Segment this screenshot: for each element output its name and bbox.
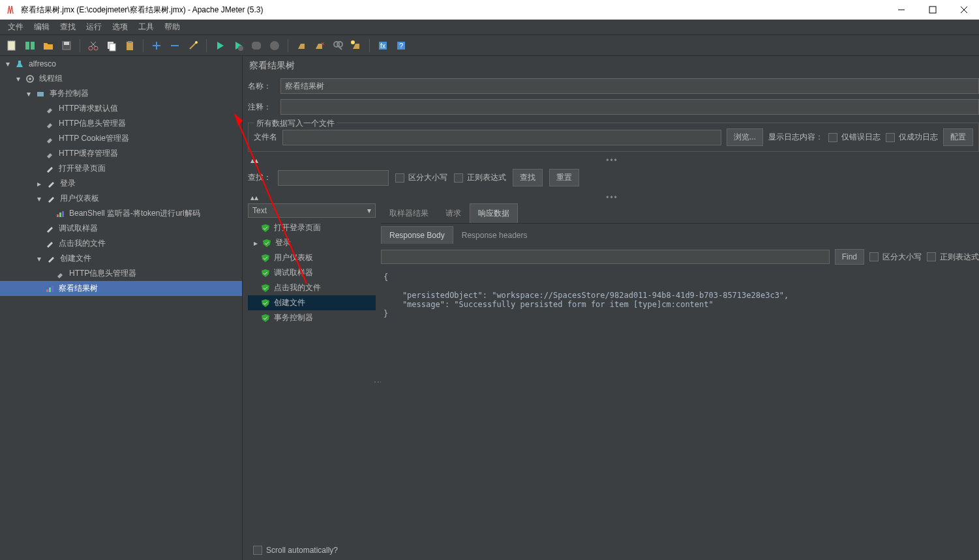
result-item[interactable]: 用户仪表板 bbox=[248, 250, 376, 265]
scroll-auto-checkbox[interactable]: Scroll automatically? bbox=[253, 546, 338, 555]
success-only-checkbox[interactable]: 仅成功日志 bbox=[886, 132, 938, 143]
collapse-icon[interactable]: ▾ bbox=[25, 90, 33, 98]
shutdown-icon[interactable] bbox=[267, 38, 282, 53]
reset-button[interactable]: 重置 bbox=[549, 169, 579, 186]
tab-response-data[interactable]: 响应数据 bbox=[470, 203, 518, 223]
regex-checkbox[interactable]: 正则表达式 bbox=[454, 172, 506, 183]
error-only-checkbox[interactable]: 仅错误日志 bbox=[828, 132, 881, 143]
search-icon[interactable] bbox=[330, 38, 346, 53]
find-input[interactable] bbox=[381, 250, 830, 264]
result-render-select[interactable]: Text ▾ bbox=[248, 203, 376, 218]
tree-click-my-file[interactable]: 点击我的文件 bbox=[0, 236, 242, 251]
find-regex-checkbox[interactable]: 正则表达式 bbox=[927, 252, 979, 263]
templates-icon[interactable] bbox=[22, 38, 38, 53]
tree-view-results-tree[interactable]: 察看结果树 bbox=[0, 281, 242, 296]
tree-create-file[interactable]: ▾ 创建文件 bbox=[0, 251, 242, 266]
search-button[interactable]: 查找 bbox=[513, 169, 543, 186]
collapse-icon[interactable]: ▾ bbox=[35, 195, 43, 203]
menu-edit[interactable]: 编辑 bbox=[29, 20, 55, 34]
save-icon[interactable] bbox=[59, 38, 74, 53]
copy-icon[interactable] bbox=[104, 38, 119, 53]
browse-button[interactable]: 浏览... bbox=[727, 128, 763, 146]
tab-response-body[interactable]: Response Body bbox=[381, 226, 453, 244]
svg-text:?: ? bbox=[399, 42, 403, 50]
tree-cache-mgr[interactable]: HTTP缓存管理器 bbox=[0, 146, 242, 161]
close-button[interactable] bbox=[954, 3, 974, 16]
tab-request[interactable]: 请求 bbox=[437, 203, 470, 223]
expand-icon[interactable]: ▸ bbox=[252, 239, 260, 247]
svg-marker-22 bbox=[217, 42, 224, 50]
tab-response-headers[interactable]: Response headers bbox=[453, 226, 536, 244]
run-icon[interactable] bbox=[212, 38, 228, 53]
cut-icon[interactable] bbox=[85, 38, 101, 53]
result-item[interactable]: 打开登录页面 bbox=[248, 220, 376, 235]
svg-line-20 bbox=[190, 42, 196, 49]
name-input[interactable] bbox=[280, 78, 979, 94]
response-body-view[interactable]: { "persistedObject": "workspace://Spaces… bbox=[381, 267, 979, 560]
function-helper-icon[interactable]: fx bbox=[375, 38, 391, 53]
tree-debug-sampler[interactable]: 调试取样器 bbox=[0, 221, 242, 236]
help-icon[interactable]: ? bbox=[393, 38, 409, 53]
test-plan-tree[interactable]: ▾ alfresco ▾ 线程组 ▾ 事务控制器 HTTP请求默认值 HTTP信… bbox=[0, 56, 243, 560]
collapse-icon[interactable]: ▾ bbox=[14, 75, 22, 83]
svg-rect-8 bbox=[64, 42, 69, 45]
result-item[interactable]: ▸ 登录 bbox=[248, 235, 376, 250]
tree-thread-group[interactable]: ▾ 线程组 bbox=[0, 71, 242, 86]
result-item[interactable]: 点击我的文件 bbox=[248, 280, 376, 295]
maximize-button[interactable] bbox=[923, 3, 942, 16]
svg-rect-4 bbox=[8, 41, 15, 50]
new-icon[interactable] bbox=[4, 38, 20, 53]
menu-help[interactable]: 帮助 bbox=[159, 20, 185, 34]
tree-open-login[interactable]: 打开登录页面 bbox=[0, 161, 242, 176]
result-item[interactable]: 调试取样器 bbox=[248, 265, 376, 280]
menu-search[interactable]: 查找 bbox=[55, 20, 81, 34]
tab-sampler-result[interactable]: 取样器结果 bbox=[381, 203, 437, 223]
tree-txn-controller[interactable]: ▾ 事务控制器 bbox=[0, 86, 242, 101]
collapse-handle-2[interactable]: ▴▴ ••• bbox=[248, 194, 979, 201]
vertical-splitter[interactable]: ⋮ bbox=[376, 203, 381, 560]
search-input[interactable] bbox=[278, 170, 389, 186]
add-icon[interactable] bbox=[149, 38, 164, 53]
filename-label: 文件名 bbox=[254, 132, 277, 143]
stop-icon[interactable] bbox=[249, 38, 264, 53]
reset-search-icon[interactable] bbox=[348, 38, 364, 53]
minimize-button[interactable] bbox=[892, 3, 911, 16]
clear-icon[interactable] bbox=[294, 38, 309, 53]
config-button[interactable]: 配置 bbox=[943, 128, 973, 146]
tree-user-dashboard[interactable]: ▾ 用户仪表板 bbox=[0, 191, 242, 206]
result-tree[interactable]: 打开登录页面 ▸ 登录 用户仪表板 调试取样器 bbox=[248, 220, 376, 540]
svg-rect-5 bbox=[25, 42, 29, 50]
find-case-checkbox[interactable]: 区分大小写 bbox=[869, 252, 922, 263]
pipette-icon bbox=[44, 239, 55, 249]
comment-input[interactable] bbox=[280, 99, 979, 115]
result-item[interactable]: 事务控制器 bbox=[248, 310, 376, 325]
wand-icon[interactable] bbox=[185, 38, 201, 53]
collapse-icon[interactable]: ▾ bbox=[4, 60, 12, 68]
tree-http-defaults[interactable]: HTTP请求默认值 bbox=[0, 101, 242, 116]
case-sensitive-checkbox[interactable]: 区分大小写 bbox=[395, 172, 447, 183]
collapse-icon[interactable]: ▾ bbox=[35, 255, 43, 263]
paste-icon[interactable] bbox=[122, 38, 138, 53]
run-notimers-icon[interactable] bbox=[230, 38, 246, 53]
tree-header-mgr[interactable]: HTTP信息头管理器 bbox=[0, 116, 242, 131]
tree-header-mgr-2[interactable]: HTTP信息头管理器 bbox=[0, 266, 242, 281]
menu-tools[interactable]: 工具 bbox=[133, 20, 159, 34]
tree-login[interactable]: ▸ 登录 bbox=[0, 176, 242, 191]
tree-cookie-mgr[interactable]: HTTP Cookie管理器 bbox=[0, 131, 242, 146]
menu-options[interactable]: 选项 bbox=[107, 20, 133, 34]
remove-icon[interactable] bbox=[167, 38, 183, 53]
find-button[interactable]: Find bbox=[835, 249, 864, 265]
tree-beanshell[interactable]: BeanShell 监听器-将token进行url解码 bbox=[0, 206, 242, 221]
menu-run[interactable]: 运行 bbox=[81, 20, 107, 34]
menu-file[interactable]: 文件 bbox=[3, 20, 29, 34]
collapse-handle-1[interactable]: ▴▴ ••• bbox=[248, 157, 979, 164]
wrench-icon bbox=[44, 119, 55, 129]
filename-input[interactable] bbox=[282, 130, 721, 145]
open-icon[interactable] bbox=[40, 38, 56, 53]
chart-icon bbox=[44, 284, 55, 294]
tree-root[interactable]: ▾ alfresco bbox=[0, 56, 242, 71]
expand-icon[interactable]: ▸ bbox=[35, 180, 43, 188]
svg-marker-25 bbox=[252, 42, 261, 50]
clear-all-icon[interactable] bbox=[312, 38, 327, 53]
result-item-selected[interactable]: 创建文件 bbox=[248, 295, 376, 310]
